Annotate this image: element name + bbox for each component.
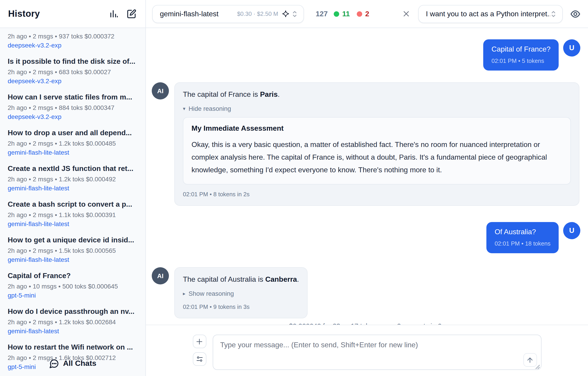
all-chats-label: All Chats <box>63 359 96 368</box>
assistant-message-meta: 02:01 PM • 8 tokens in 2s <box>183 190 571 199</box>
history-item-model-link[interactable]: deepseek-v3.2-exp <box>8 77 138 86</box>
total-count: 127 <box>316 10 328 18</box>
history-item-meta: 2h ago • 2 msgs • 1.2k toks $0.000492 <box>8 175 138 184</box>
history-item[interactable]: How do I device passthrough an nv... 2h … <box>0 307 146 335</box>
history-item-title: Create a bash script to convert a p... <box>8 199 138 209</box>
history-sidebar: History 2h ago • 2 msgs • 937 toks $0.00… <box>0 0 146 376</box>
eye-icon <box>570 8 581 19</box>
assistant-message-text: The capital of Australia is Canberra. <box>183 275 299 284</box>
plus-icon <box>196 338 203 345</box>
history-item-model-link[interactable]: deepseek-v3.2-exp <box>8 112 138 121</box>
success-dot-icon <box>334 11 339 17</box>
user-message-bubble: Of Australia? 02:01 PM • 18 tokens <box>486 222 559 253</box>
assistant-message-meta: 02:01 PM • 9 tokens in 3s <box>183 303 299 311</box>
history-item[interactable]: How to drop a user and all depend... 2h … <box>0 128 146 157</box>
history-item-meta: 2h ago • 2 msgs • 1.5k toks $0.000565 <box>8 246 138 255</box>
history-item-model-link[interactable]: gpt-5-mini <box>8 291 138 300</box>
sidebar-actions <box>108 8 137 20</box>
user-message-text: Of Australia? <box>494 227 550 237</box>
history-item-meta: 2h ago • 2 msgs • 1.2k toks $0.000485 <box>8 139 138 148</box>
assistant-message-text: The capital of France is Paris. <box>183 89 571 100</box>
send-button[interactable] <box>523 353 537 367</box>
history-item[interactable]: Create a bash script to convert a p... 2… <box>0 199 146 228</box>
sliders-icon <box>196 355 203 363</box>
attach-button[interactable] <box>193 335 206 348</box>
reasoning-toggle-label: Hide reasoning <box>189 105 231 112</box>
user-avatar: U <box>563 222 580 239</box>
new-chat-button[interactable] <box>126 8 137 20</box>
prompt-select-value: I want you to act as a Python interpret.… <box>426 10 550 18</box>
composer-buttons <box>193 335 206 372</box>
request-stats: 127 11 2 <box>316 10 369 18</box>
history-item[interactable]: Create a nextId JS function that ret... … <box>0 164 146 193</box>
main-panel: gemini-flash-latest $0.30 · $2.50 M 127 … <box>146 0 588 376</box>
page-title: History <box>8 9 40 19</box>
history-item[interactable]: 2h ago • 2 msgs • 937 toks $0.000372 dee… <box>0 32 146 50</box>
chevron-up-down-icon <box>291 10 298 18</box>
close-icon <box>402 10 410 18</box>
assistant-message-row: AI The capital of France is Paris. ▾ Hid… <box>146 82 588 206</box>
message-input[interactable] <box>212 335 541 370</box>
history-item-meta: 2h ago • 2 msgs • 937 toks $0.000372 <box>8 32 138 41</box>
all-chats-button[interactable]: All Chats <box>49 359 96 368</box>
history-item-meta: 2h ago • 10 msgs • 500 toks $0.000645 <box>8 282 138 291</box>
history-item[interactable]: Capital of France? 2h ago • 10 msgs • 50… <box>0 271 146 300</box>
history-item-title: How to get a unique device id insid... <box>8 235 138 245</box>
usage-stats-button[interactable] <box>108 8 119 20</box>
assistant-avatar: AI <box>152 82 169 100</box>
reasoning-toggle-label: Show reasoning <box>189 290 234 297</box>
view-prompt-button[interactable] <box>569 8 582 20</box>
history-item[interactable]: Is it possible to find the disk size of.… <box>0 56 146 86</box>
model-select[interactable]: gemini-flash-latest $0.30 · $2.50 M <box>152 5 304 23</box>
history-item-meta: 2h ago • 2 msgs • 884 toks $0.000347 <box>8 103 138 112</box>
history-item-meta: 2h ago • 2 msgs • 683 toks $0.00027 <box>8 67 138 77</box>
chat-messages: Capital of France? 02:01 PM • 5 tokens U… <box>146 28 588 325</box>
user-message-row: Capital of France? 02:01 PM • 5 tokens U <box>146 39 588 71</box>
composer <box>146 325 588 376</box>
error-count: 2 <box>365 10 369 18</box>
user-avatar: U <box>563 39 580 56</box>
history-item-title: How to drop a user and all depend... <box>8 128 138 138</box>
history-item-model-link[interactable]: gemini-flash-latest <box>8 326 138 335</box>
usage-summary: $0.000049 for 23 → 17 tokens over 2 requ… <box>146 318 588 325</box>
reasoning-title: My Immediate Assessment <box>191 124 562 133</box>
composer-inner <box>193 335 541 372</box>
user-message-row: Of Australia? 02:01 PM • 18 tokens U <box>146 222 588 253</box>
history-item-title: Capital of France? <box>8 271 138 281</box>
settings-button[interactable] <box>193 352 206 366</box>
history-item-model-link[interactable]: gemini-flash-lite-latest <box>8 184 138 193</box>
history-item-model-link[interactable]: gemini-flash-lite-latest <box>8 148 138 157</box>
triangle-down-icon: ▾ <box>183 106 185 111</box>
chat-bubble-icon <box>49 359 59 368</box>
history-item-title: How can I serve static files from m... <box>8 92 138 102</box>
success-count: 11 <box>342 10 350 18</box>
sidebar-header: History <box>0 0 146 28</box>
history-item-model-link[interactable]: gemini-flash-lite-latest <box>8 255 138 264</box>
assistant-message-card: The capital of Australia is Canberra. ▸ … <box>174 267 307 318</box>
app-window: History 2h ago • 2 msgs • 937 toks $0.00… <box>0 0 588 376</box>
history-item-meta: 2h ago • 2 msgs • 1.2k toks $0.002684 <box>8 317 138 326</box>
history-list: 2h ago • 2 msgs • 937 toks $0.000372 dee… <box>0 28 146 376</box>
history-item-meta: 2h ago • 2 msgs • 1.1k toks $0.000391 <box>8 210 138 219</box>
history-item[interactable]: How can I serve static files from m... 2… <box>0 92 146 121</box>
prompt-select[interactable]: I want you to act as a Python interpret.… <box>418 5 563 23</box>
model-price-label: $0.30 · $2.50 M <box>237 11 278 17</box>
history-item-model-link[interactable]: gemini-flash-lite-latest <box>8 219 138 228</box>
history-item-title: Is it possible to find the disk size of.… <box>8 56 138 66</box>
history-item[interactable]: How to get a unique device id insid... 2… <box>0 235 146 264</box>
sidebar-footer: All Chats <box>0 351 146 376</box>
show-reasoning-toggle[interactable]: ▸ Show reasoning <box>183 290 234 297</box>
user-message-meta: 02:01 PM • 5 tokens <box>492 57 550 65</box>
assistant-avatar: AI <box>152 267 169 284</box>
bar-chart-icon <box>109 9 118 19</box>
model-select-value: gemini-flash-latest <box>160 10 219 18</box>
triangle-right-icon: ▸ <box>183 290 185 296</box>
close-button[interactable] <box>400 8 412 20</box>
history-item-model-link[interactable]: deepseek-v3.2-exp <box>8 41 138 50</box>
chat-header: gemini-flash-latest $0.30 · $2.50 M 127 … <box>146 0 588 28</box>
sparkle-icon <box>282 10 290 18</box>
hide-reasoning-toggle[interactable]: ▾ Hide reasoning <box>183 105 231 112</box>
assistant-message-card: The capital of France is Paris. ▾ Hide r… <box>174 82 579 206</box>
message-input-wrap <box>212 335 541 372</box>
reasoning-panel: My Immediate Assessment Okay, this is a … <box>183 117 571 185</box>
